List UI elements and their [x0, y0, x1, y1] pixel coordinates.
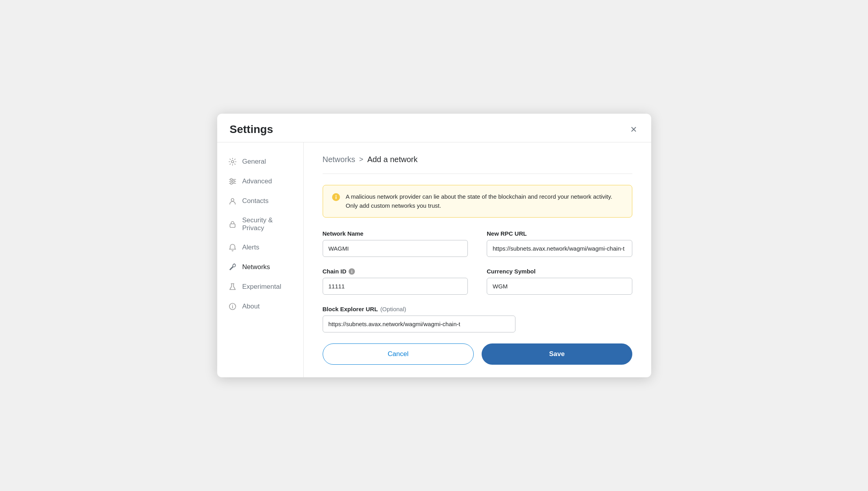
content-divider: [323, 174, 632, 174]
breadcrumb-current: Add a network: [367, 155, 417, 164]
sidebar: General Advanced: [217, 142, 304, 377]
warning-info-icon: [332, 193, 340, 201]
modal-body: General Advanced: [217, 142, 651, 377]
sidebar-item-label-networks: Networks: [242, 263, 270, 271]
rpc-url-group: New RPC URL: [487, 230, 632, 257]
svg-point-5: [233, 181, 235, 183]
gear-icon: [228, 157, 237, 166]
currency-symbol-label: Currency Symbol: [487, 268, 632, 275]
block-explorer-label: Block Explorer URL (Optional): [323, 306, 632, 312]
currency-symbol-input[interactable]: [487, 278, 632, 295]
svg-point-15: [335, 195, 336, 196]
sidebar-item-label-security: Security & Privacy: [242, 216, 292, 232]
modal-header: Settings ×: [217, 114, 651, 142]
network-form: Network Name New RPC URL Chain ID i: [323, 230, 632, 332]
modal-title: Settings: [230, 123, 273, 136]
chain-id-info-icon[interactable]: i: [349, 268, 355, 275]
sidebar-item-contacts[interactable]: Contacts: [217, 191, 303, 211]
warning-box: A malicious network provider can lie abo…: [323, 185, 632, 218]
sidebar-item-networks[interactable]: Networks: [217, 257, 303, 277]
close-button[interactable]: ×: [629, 124, 638, 135]
chain-id-input[interactable]: [323, 278, 468, 295]
sidebar-item-label-contacts: Contacts: [242, 197, 269, 205]
svg-point-0: [231, 161, 234, 163]
sidebar-item-label-alerts: Alerts: [242, 244, 259, 251]
wrench-icon: [228, 263, 237, 271]
svg-point-4: [230, 179, 232, 181]
warning-text: A malicious network provider can lie abo…: [346, 192, 623, 210]
network-name-group: Network Name: [323, 230, 468, 257]
sidebar-item-about[interactable]: About: [217, 297, 303, 316]
sidebar-item-label-advanced: Advanced: [242, 177, 272, 185]
svg-point-6: [230, 183, 232, 185]
sidebar-item-label-general: General: [242, 158, 266, 166]
cancel-button[interactable]: Cancel: [323, 343, 474, 365]
svg-rect-8: [230, 224, 235, 227]
rpc-url-label: New RPC URL: [487, 230, 632, 237]
breadcrumb-parent[interactable]: Networks: [323, 155, 355, 164]
block-explorer-optional: (Optional): [380, 306, 406, 312]
sidebar-item-alerts[interactable]: Alerts: [217, 238, 303, 257]
person-icon: [228, 197, 237, 205]
sidebar-item-label-about: About: [242, 303, 260, 310]
breadcrumb: Networks > Add a network: [323, 155, 632, 164]
network-name-input[interactable]: [323, 240, 468, 257]
sliders-icon: [228, 177, 237, 186]
sidebar-item-security[interactable]: Security & Privacy: [217, 211, 303, 238]
sidebar-item-label-experimental: Experimental: [242, 283, 281, 291]
block-explorer-input[interactable]: [323, 316, 515, 332]
svg-point-7: [231, 199, 234, 201]
save-button[interactable]: Save: [482, 343, 632, 365]
sidebar-item-general[interactable]: General: [217, 152, 303, 172]
chain-id-group: Chain ID i: [323, 268, 468, 295]
block-explorer-group: Block Explorer URL (Optional): [323, 306, 632, 332]
currency-symbol-group: Currency Symbol: [487, 268, 632, 295]
chain-id-label: Chain ID i: [323, 268, 468, 275]
sidebar-item-advanced[interactable]: Advanced: [217, 172, 303, 191]
svg-point-12: [232, 305, 233, 306]
content-area: Networks > Add a network A malicious net…: [304, 142, 651, 377]
sidebar-item-experimental[interactable]: Experimental: [217, 277, 303, 297]
breadcrumb-separator: >: [359, 155, 364, 164]
settings-modal: Settings × General: [217, 114, 651, 377]
network-name-label: Network Name: [323, 230, 468, 237]
bell-icon: [228, 243, 237, 252]
rpc-url-input[interactable]: [487, 240, 632, 257]
lock-icon: [228, 220, 237, 229]
info-circle-icon: [228, 302, 237, 311]
flask-icon: [228, 282, 237, 291]
button-row: Cancel Save: [323, 343, 632, 365]
